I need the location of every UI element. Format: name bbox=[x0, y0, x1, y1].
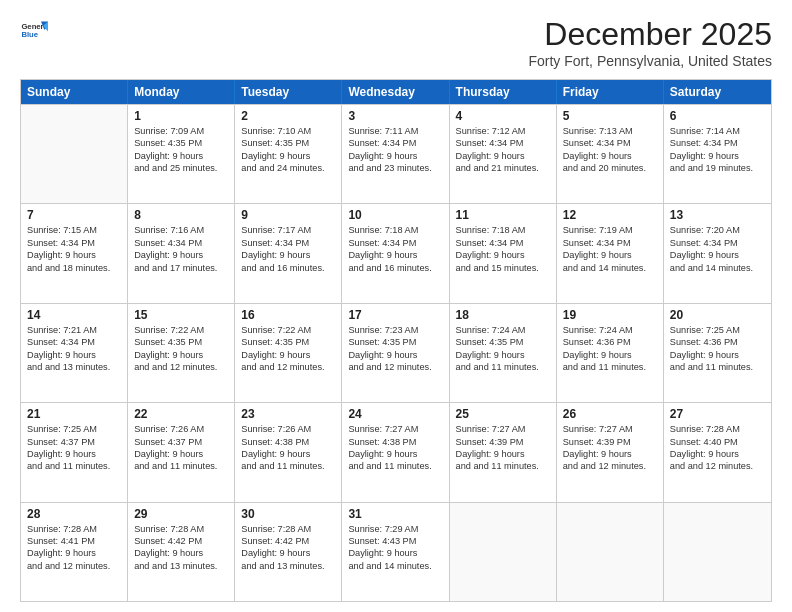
sunrise-text: Sunrise: 7:27 AM bbox=[563, 423, 657, 435]
sunrise-text: Sunrise: 7:27 AM bbox=[456, 423, 550, 435]
day-number: 6 bbox=[670, 109, 765, 123]
sunset-text: Sunset: 4:38 PM bbox=[241, 436, 335, 448]
sunset-text: Sunset: 4:36 PM bbox=[670, 336, 765, 348]
calendar-cell: 14Sunrise: 7:21 AMSunset: 4:34 PMDayligh… bbox=[21, 304, 128, 402]
daylight-text-1: Daylight: 9 hours bbox=[27, 547, 121, 559]
daylight-text-2: and and 14 minutes. bbox=[563, 262, 657, 274]
sunrise-text: Sunrise: 7:11 AM bbox=[348, 125, 442, 137]
day-number: 12 bbox=[563, 208, 657, 222]
day-number: 15 bbox=[134, 308, 228, 322]
daylight-text-2: and and 11 minutes. bbox=[670, 361, 765, 373]
sunset-text: Sunset: 4:43 PM bbox=[348, 535, 442, 547]
day-number: 7 bbox=[27, 208, 121, 222]
sunset-text: Sunset: 4:37 PM bbox=[27, 436, 121, 448]
day-number: 26 bbox=[563, 407, 657, 421]
day-number: 23 bbox=[241, 407, 335, 421]
calendar-cell: 11Sunrise: 7:18 AMSunset: 4:34 PMDayligh… bbox=[450, 204, 557, 302]
calendar-cell: 24Sunrise: 7:27 AMSunset: 4:38 PMDayligh… bbox=[342, 403, 449, 501]
daylight-text-2: and and 24 minutes. bbox=[241, 162, 335, 174]
daylight-text-2: and and 11 minutes. bbox=[456, 361, 550, 373]
daylight-text-1: Daylight: 9 hours bbox=[134, 249, 228, 261]
sunset-text: Sunset: 4:34 PM bbox=[456, 237, 550, 249]
daylight-text-1: Daylight: 9 hours bbox=[348, 448, 442, 460]
sunrise-text: Sunrise: 7:10 AM bbox=[241, 125, 335, 137]
sunset-text: Sunset: 4:34 PM bbox=[670, 137, 765, 149]
day-number: 8 bbox=[134, 208, 228, 222]
day-number: 31 bbox=[348, 507, 442, 521]
sunset-text: Sunset: 4:39 PM bbox=[456, 436, 550, 448]
day-number: 9 bbox=[241, 208, 335, 222]
calendar-cell bbox=[557, 503, 664, 601]
sunset-text: Sunset: 4:42 PM bbox=[134, 535, 228, 547]
daylight-text-1: Daylight: 9 hours bbox=[134, 349, 228, 361]
daylight-text-2: and and 11 minutes. bbox=[563, 361, 657, 373]
daylight-text-2: and and 16 minutes. bbox=[348, 262, 442, 274]
daylight-text-2: and and 18 minutes. bbox=[27, 262, 121, 274]
calendar-week-2: 7Sunrise: 7:15 AMSunset: 4:34 PMDaylight… bbox=[21, 203, 771, 302]
day-number: 19 bbox=[563, 308, 657, 322]
daylight-text-2: and and 12 minutes. bbox=[241, 361, 335, 373]
calendar-cell: 9Sunrise: 7:17 AMSunset: 4:34 PMDaylight… bbox=[235, 204, 342, 302]
sunrise-text: Sunrise: 7:22 AM bbox=[134, 324, 228, 336]
sunset-text: Sunset: 4:34 PM bbox=[241, 237, 335, 249]
day-number: 11 bbox=[456, 208, 550, 222]
sunrise-text: Sunrise: 7:14 AM bbox=[670, 125, 765, 137]
sunset-text: Sunset: 4:36 PM bbox=[563, 336, 657, 348]
daylight-text-1: Daylight: 9 hours bbox=[670, 349, 765, 361]
sunset-text: Sunset: 4:35 PM bbox=[241, 336, 335, 348]
daylight-text-1: Daylight: 9 hours bbox=[563, 349, 657, 361]
calendar-cell: 23Sunrise: 7:26 AMSunset: 4:38 PMDayligh… bbox=[235, 403, 342, 501]
daylight-text-1: Daylight: 9 hours bbox=[27, 448, 121, 460]
logo-icon: General Blue bbox=[20, 16, 48, 44]
daylight-text-1: Daylight: 9 hours bbox=[27, 249, 121, 261]
svg-text:Blue: Blue bbox=[21, 30, 38, 39]
calendar-cell: 7Sunrise: 7:15 AMSunset: 4:34 PMDaylight… bbox=[21, 204, 128, 302]
calendar-week-5: 28Sunrise: 7:28 AMSunset: 4:41 PMDayligh… bbox=[21, 502, 771, 601]
daylight-text-2: and and 12 minutes. bbox=[348, 361, 442, 373]
sunset-text: Sunset: 4:34 PM bbox=[27, 237, 121, 249]
daylight-text-1: Daylight: 9 hours bbox=[670, 150, 765, 162]
day-number: 20 bbox=[670, 308, 765, 322]
calendar-cell: 5Sunrise: 7:13 AMSunset: 4:34 PMDaylight… bbox=[557, 105, 664, 203]
sunset-text: Sunset: 4:34 PM bbox=[670, 237, 765, 249]
daylight-text-2: and and 11 minutes. bbox=[27, 460, 121, 472]
day-number: 28 bbox=[27, 507, 121, 521]
daylight-text-1: Daylight: 9 hours bbox=[348, 349, 442, 361]
sunset-text: Sunset: 4:34 PM bbox=[348, 237, 442, 249]
day-number: 4 bbox=[456, 109, 550, 123]
day-number: 29 bbox=[134, 507, 228, 521]
calendar-cell: 15Sunrise: 7:22 AMSunset: 4:35 PMDayligh… bbox=[128, 304, 235, 402]
daylight-text-1: Daylight: 9 hours bbox=[670, 448, 765, 460]
calendar-cell: 6Sunrise: 7:14 AMSunset: 4:34 PMDaylight… bbox=[664, 105, 771, 203]
calendar-week-1: 1Sunrise: 7:09 AMSunset: 4:35 PMDaylight… bbox=[21, 104, 771, 203]
daylight-text-1: Daylight: 9 hours bbox=[134, 547, 228, 559]
day-number: 18 bbox=[456, 308, 550, 322]
header-day-friday: Friday bbox=[557, 80, 664, 104]
daylight-text-2: and and 14 minutes. bbox=[670, 262, 765, 274]
daylight-text-2: and and 12 minutes. bbox=[563, 460, 657, 472]
day-number: 27 bbox=[670, 407, 765, 421]
header: General Blue December 2025 Forty Fort, P… bbox=[20, 16, 772, 69]
sunrise-text: Sunrise: 7:28 AM bbox=[670, 423, 765, 435]
sunrise-text: Sunrise: 7:21 AM bbox=[27, 324, 121, 336]
header-day-wednesday: Wednesday bbox=[342, 80, 449, 104]
daylight-text-2: and and 12 minutes. bbox=[134, 361, 228, 373]
sunrise-text: Sunrise: 7:12 AM bbox=[456, 125, 550, 137]
calendar-body: 1Sunrise: 7:09 AMSunset: 4:35 PMDaylight… bbox=[21, 104, 771, 601]
sunrise-text: Sunrise: 7:23 AM bbox=[348, 324, 442, 336]
daylight-text-2: and and 25 minutes. bbox=[134, 162, 228, 174]
daylight-text-2: and and 17 minutes. bbox=[134, 262, 228, 274]
calendar-cell: 26Sunrise: 7:27 AMSunset: 4:39 PMDayligh… bbox=[557, 403, 664, 501]
daylight-text-2: and and 21 minutes. bbox=[456, 162, 550, 174]
sunset-text: Sunset: 4:34 PM bbox=[563, 137, 657, 149]
day-number: 25 bbox=[456, 407, 550, 421]
calendar-cell: 25Sunrise: 7:27 AMSunset: 4:39 PMDayligh… bbox=[450, 403, 557, 501]
sunrise-text: Sunrise: 7:16 AM bbox=[134, 224, 228, 236]
sunset-text: Sunset: 4:34 PM bbox=[134, 237, 228, 249]
sunrise-text: Sunrise: 7:24 AM bbox=[563, 324, 657, 336]
sunset-text: Sunset: 4:35 PM bbox=[348, 336, 442, 348]
calendar-cell bbox=[664, 503, 771, 601]
sunrise-text: Sunrise: 7:15 AM bbox=[27, 224, 121, 236]
sunset-text: Sunset: 4:34 PM bbox=[27, 336, 121, 348]
sunset-text: Sunset: 4:42 PM bbox=[241, 535, 335, 547]
